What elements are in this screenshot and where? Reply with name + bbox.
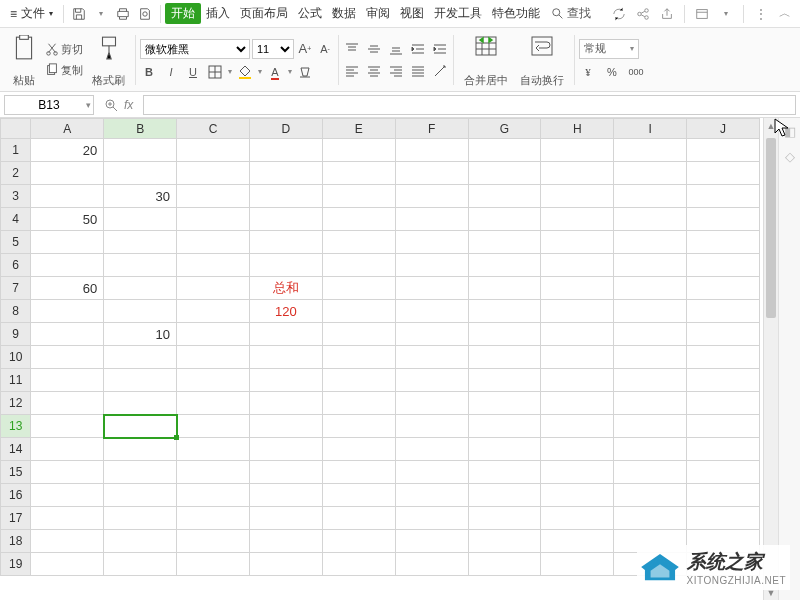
italic-icon[interactable]: I — [162, 63, 180, 81]
cell-J10[interactable] — [687, 346, 760, 369]
row-header-18[interactable]: 18 — [1, 530, 31, 553]
cell-E17[interactable] — [322, 507, 395, 530]
cell-B8[interactable] — [104, 300, 177, 323]
share-icon[interactable] — [632, 3, 654, 25]
cell-F14[interactable] — [395, 438, 468, 461]
percent-icon[interactable]: % — [603, 63, 621, 81]
more-dropdown-icon[interactable]: ▾ — [715, 3, 737, 25]
cell-I1[interactable] — [614, 139, 687, 162]
col-header-I[interactable]: I — [614, 119, 687, 139]
align-center-icon[interactable] — [365, 62, 383, 80]
cell-E15[interactable] — [322, 461, 395, 484]
cell-E3[interactable] — [322, 185, 395, 208]
cell-D11[interactable] — [249, 369, 322, 392]
cell-C15[interactable] — [177, 461, 250, 484]
cell-G5[interactable] — [468, 231, 541, 254]
spreadsheet-grid[interactable]: ABCDEFGHIJ120233045056760总和8120910101112… — [0, 118, 763, 600]
cell-E11[interactable] — [322, 369, 395, 392]
row-header-8[interactable]: 8 — [1, 300, 31, 323]
orientation-icon[interactable] — [431, 62, 449, 80]
align-bottom-icon[interactable] — [387, 40, 405, 58]
cell-B15[interactable] — [104, 461, 177, 484]
justify-icon[interactable] — [409, 62, 427, 80]
cell-E5[interactable] — [322, 231, 395, 254]
cell-F5[interactable] — [395, 231, 468, 254]
cell-B10[interactable] — [104, 346, 177, 369]
cell-H7[interactable] — [541, 277, 614, 300]
cell-D14[interactable] — [249, 438, 322, 461]
cell-E9[interactable] — [322, 323, 395, 346]
cell-A13[interactable] — [31, 415, 104, 438]
formula-input[interactable] — [143, 95, 796, 115]
cell-B3[interactable]: 30 — [104, 185, 177, 208]
col-header-C[interactable]: C — [177, 119, 250, 139]
cell-J11[interactable] — [687, 369, 760, 392]
cell-A8[interactable] — [31, 300, 104, 323]
cell-D5[interactable] — [249, 231, 322, 254]
cell-G11[interactable] — [468, 369, 541, 392]
row-header-3[interactable]: 3 — [1, 185, 31, 208]
cell-G10[interactable] — [468, 346, 541, 369]
number-format-select[interactable]: 常规 ▾ — [579, 39, 639, 59]
cell-B12[interactable] — [104, 392, 177, 415]
cell-A16[interactable] — [31, 484, 104, 507]
cell-H8[interactable] — [541, 300, 614, 323]
select-all-corner[interactable] — [1, 119, 31, 139]
row-header-2[interactable]: 2 — [1, 162, 31, 185]
row-header-9[interactable]: 9 — [1, 323, 31, 346]
cell-A18[interactable] — [31, 530, 104, 553]
increase-indent-icon[interactable] — [431, 40, 449, 58]
col-header-B[interactable]: B — [104, 119, 177, 139]
cell-F7[interactable] — [395, 277, 468, 300]
cell-B2[interactable] — [104, 162, 177, 185]
cell-C18[interactable] — [177, 530, 250, 553]
decrease-indent-icon[interactable] — [409, 40, 427, 58]
row-header-12[interactable]: 12 — [1, 392, 31, 415]
cell-H4[interactable] — [541, 208, 614, 231]
currency-icon[interactable]: ¥ — [579, 63, 597, 81]
cell-F18[interactable] — [395, 530, 468, 553]
cell-H10[interactable] — [541, 346, 614, 369]
cell-D1[interactable] — [249, 139, 322, 162]
row-header-10[interactable]: 10 — [1, 346, 31, 369]
cell-F3[interactable] — [395, 185, 468, 208]
copy-button[interactable]: 复制 — [42, 61, 86, 80]
cell-B6[interactable] — [104, 254, 177, 277]
cell-J13[interactable] — [687, 415, 760, 438]
cell-I7[interactable] — [614, 277, 687, 300]
row-header-19[interactable]: 19 — [1, 553, 31, 576]
cell-I10[interactable] — [614, 346, 687, 369]
scroll-thumb[interactable] — [766, 138, 776, 318]
cell-B14[interactable] — [104, 438, 177, 461]
col-header-F[interactable]: F — [395, 119, 468, 139]
cell-C2[interactable] — [177, 162, 250, 185]
cell-E16[interactable] — [322, 484, 395, 507]
cell-G7[interactable] — [468, 277, 541, 300]
tab-features[interactable]: 特色功能 — [487, 5, 545, 22]
cell-B17[interactable] — [104, 507, 177, 530]
col-header-D[interactable]: D — [249, 119, 322, 139]
collapse-ribbon-icon[interactable]: ︿ — [774, 3, 796, 25]
cell-G19[interactable] — [468, 553, 541, 576]
row-header-16[interactable]: 16 — [1, 484, 31, 507]
cell-B7[interactable] — [104, 277, 177, 300]
cell-G4[interactable] — [468, 208, 541, 231]
tab-developer[interactable]: 开发工具 — [429, 5, 487, 22]
col-header-G[interactable]: G — [468, 119, 541, 139]
cell-F11[interactable] — [395, 369, 468, 392]
sync-icon[interactable] — [608, 3, 630, 25]
cell-A5[interactable] — [31, 231, 104, 254]
cell-F15[interactable] — [395, 461, 468, 484]
row-header-17[interactable]: 17 — [1, 507, 31, 530]
cell-D3[interactable] — [249, 185, 322, 208]
cell-J17[interactable] — [687, 507, 760, 530]
cell-G18[interactable] — [468, 530, 541, 553]
decrease-font-icon[interactable]: A- — [316, 40, 334, 58]
cell-B5[interactable] — [104, 231, 177, 254]
row-header-7[interactable]: 7 — [1, 277, 31, 300]
cell-I17[interactable] — [614, 507, 687, 530]
cell-J16[interactable] — [687, 484, 760, 507]
cell-D8[interactable]: 120 — [249, 300, 322, 323]
cell-I4[interactable] — [614, 208, 687, 231]
cell-D19[interactable] — [249, 553, 322, 576]
